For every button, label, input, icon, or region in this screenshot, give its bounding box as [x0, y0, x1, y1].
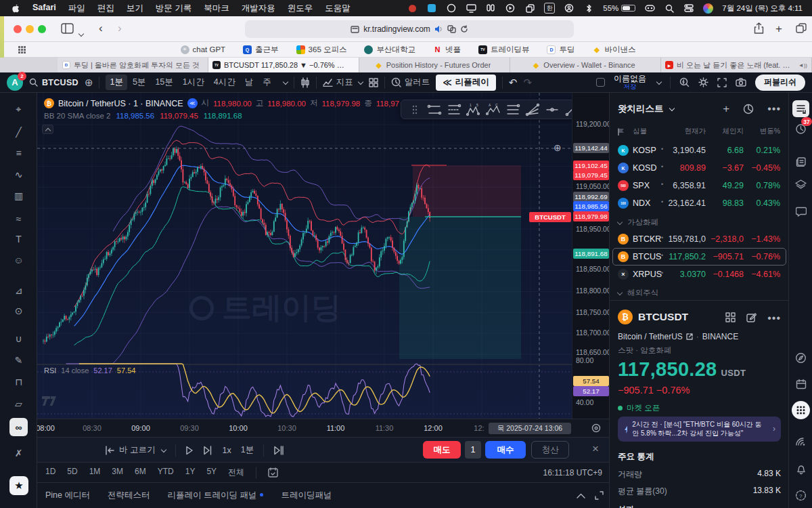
watchlist-pie-icon[interactable] — [743, 104, 754, 114]
quantity-field[interactable]: 1 — [465, 441, 481, 459]
detail-more-icon[interactable]: ••• — [767, 312, 781, 324]
bookmark-item[interactable]: N넷플 — [433, 45, 461, 55]
menubar-datetime[interactable]: 7월 24일 (목) 오후 4:11 — [722, 3, 803, 14]
detail-grid-icon[interactable] — [725, 312, 736, 324]
emoji-tool-icon[interactable]: ☺ — [0, 252, 37, 268]
user-avatar[interactable]: A2 — [7, 75, 23, 91]
korean-input-icon[interactable]: 한 — [544, 3, 555, 14]
replay-speed-value[interactable]: 1x — [222, 446, 231, 455]
replay-step-forward-icon[interactable] — [203, 446, 212, 455]
chart-pane[interactable]: 트레이딩 ₿ Bitcoin / TetherUS · 1 · BINANCE … — [37, 93, 572, 419]
timeframe-button[interactable]: 주 — [258, 75, 275, 90]
sidebar-toggle-icon[interactable] — [61, 23, 74, 34]
watchlist-panel-icon[interactable] — [792, 100, 809, 117]
battery-indicator[interactable]: 55% — [603, 4, 635, 12]
redo-icon[interactable]: ↷ — [523, 77, 532, 89]
pick-bar-button[interactable]: 바 고르기 — [105, 444, 166, 456]
candle-style-icon[interactable] — [300, 77, 310, 88]
apps-grid-icon[interactable] — [792, 401, 810, 419]
layout-dropdown-icon[interactable] — [656, 79, 662, 84]
timeframe-button[interactable]: 5분 — [129, 75, 150, 90]
fib-retracement-tool-icon[interactable]: ≡ — [0, 145, 37, 161]
airpods-icon[interactable] — [485, 3, 496, 14]
window-close-button[interactable] — [14, 25, 22, 33]
page-settings-icon[interactable] — [351, 25, 359, 34]
bookmark-item[interactable]: ✳chat GPT — [181, 45, 226, 55]
news-banner[interactable]: 2시간 전 · [분석] "ETH/BTC 비율 60시간 동안 5.8% 하락… — [618, 417, 781, 442]
rsi-legend[interactable]: RSI14 close 52.17 57.54 — [44, 366, 135, 375]
footer-tab[interactable]: 트레이딩패널 — [281, 490, 332, 501]
tab-audio-icon[interactable]: ◄)) — [798, 62, 807, 68]
bookmark-item[interactable]: ◆바이낸스 — [592, 45, 635, 55]
bookmark-item[interactable]: 부산대학교 — [364, 45, 415, 55]
share-icon[interactable] — [754, 22, 764, 35]
watchlist-more-icon[interactable]: ••• — [767, 103, 781, 115]
range-button[interactable]: 전체 — [228, 467, 244, 478]
menubar-item[interactable]: 파일 — [68, 3, 85, 14]
external-link-icon[interactable] — [686, 333, 693, 340]
layout-name[interactable]: 이름없음저장 — [614, 75, 646, 90]
bollinger-legend[interactable]: BB 20 SMA close 2 118,985.56 119,079.45 … — [44, 112, 242, 120]
detail-exchange[interactable]: BINANCE — [702, 332, 738, 341]
menubar-item[interactable]: 편집 — [97, 3, 114, 14]
range-button[interactable]: YTD — [158, 467, 174, 478]
hide-drawings-icon[interactable]: ▱ — [0, 396, 37, 412]
liquidate-button[interactable]: 청산 — [531, 441, 569, 459]
watchlist-row[interactable]: B BTCUS• 117,850.2 −905.71 −0.76% — [610, 248, 788, 266]
calendar-panel-icon[interactable] — [792, 375, 809, 392]
menubar-item[interactable]: 방문 기록 — [156, 3, 191, 14]
bookmark-item[interactable]: 365 오피스 — [296, 45, 347, 55]
display-icon[interactable] — [466, 3, 476, 14]
toolbar-drag-handle[interactable] — [406, 102, 423, 117]
forecast-tool-icon[interactable]: ▥ — [0, 188, 37, 204]
footer-tab[interactable]: 리플레이 트레이딩 패널 — [168, 490, 264, 501]
session-clock[interactable]: 16:11:18 UTC+9 — [543, 468, 603, 478]
brush-tool-icon[interactable]: ≈ — [0, 211, 37, 227]
detail-symbol-title[interactable]: BTCUSDT — [638, 311, 688, 323]
color-wheel-icon[interactable] — [703, 3, 713, 14]
crosshair-tool-icon[interactable]: ⌖ — [0, 101, 37, 117]
short-position-tool-icon[interactable] — [445, 102, 462, 117]
detail-pair[interactable]: Bitcoin / TetherUS — [618, 332, 683, 341]
text-tool-icon[interactable]: T — [0, 231, 37, 247]
timeframe-button[interactable]: 15분 — [151, 75, 177, 90]
lock-drawings-icon[interactable]: ⊓ — [0, 374, 37, 390]
panel-collapse-chevron-icon[interactable] — [577, 493, 585, 499]
menubar-item[interactable]: 개발자용 — [242, 3, 275, 14]
control-center-icon[interactable] — [683, 3, 694, 14]
menubar-item[interactable]: 도움말 — [325, 3, 351, 14]
symbol-search-button[interactable]: BTCUSD — [29, 78, 78, 87]
reload-icon[interactable] — [460, 25, 468, 33]
layout-checkbox[interactable] — [596, 78, 605, 87]
undo-icon[interactable]: ↶ — [509, 77, 518, 89]
parallel-lines-tool-icon[interactable] — [504, 102, 521, 117]
floating-drawing-toolbar[interactable]: 15 AC — [401, 100, 572, 119]
forward-button[interactable]: › — [118, 22, 122, 35]
url-bar[interactable]: kr.tradingview.com — [245, 20, 574, 38]
bookmark-item[interactable]: TV트레이딩뷰 — [478, 45, 530, 55]
timeframe-button[interactable]: 4시간 — [210, 75, 240, 90]
streams-wifi-icon[interactable] — [792, 433, 809, 450]
data-window-layers-icon[interactable] — [792, 176, 809, 193]
play-circle-icon[interactable] — [505, 3, 516, 14]
range-button[interactable]: 1Y — [185, 467, 196, 478]
range-button[interactable]: 1D — [45, 467, 55, 478]
range-button[interactable]: 5Y — [206, 467, 217, 478]
draw-mode-icon[interactable]: ✎ — [0, 352, 37, 368]
audio-mute-icon[interactable] — [434, 25, 443, 33]
quick-search-icon[interactable] — [679, 77, 690, 87]
zoom-tool-icon[interactable]: ⊙ — [0, 303, 37, 319]
bluetooth-icon[interactable] — [583, 3, 594, 14]
watchlist-row[interactable]: 100 NDX• 23,162.41 98.83 0.43% — [610, 194, 788, 212]
browser-tab[interactable]: TV BTCUSDT 117,850.28 ▼ −0.76% 이름없음 — [208, 58, 359, 72]
replay-jump-to-end-icon[interactable] — [273, 446, 284, 455]
pane-collapse-button[interactable] — [42, 125, 53, 134]
time-axis[interactable]: 08:0008:3009:0009:3010:0010:3011:0011:30… — [37, 419, 609, 437]
menubar-item[interactable]: 보기 — [127, 3, 143, 14]
horizontal-line-tool-icon[interactable] — [544, 102, 561, 117]
watchlist-row[interactable]: 500 SPX• 6,358.91 49.29 0.78% — [610, 177, 788, 194]
range-button[interactable]: 5D — [67, 467, 77, 478]
window-zoom-button[interactable] — [38, 25, 46, 33]
fullscreen-icon[interactable] — [717, 78, 727, 87]
shield-app-icon[interactable] — [426, 3, 437, 14]
